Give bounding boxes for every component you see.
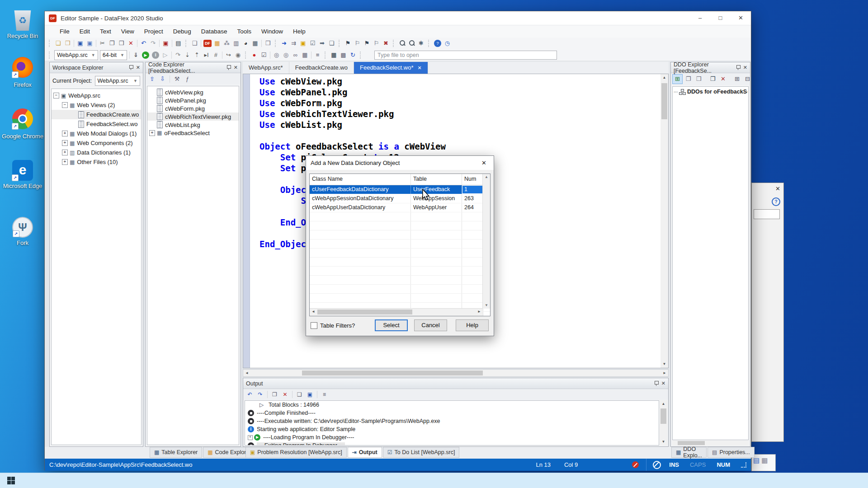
breakpoint-icon[interactable]: ● — [250, 51, 259, 60]
background-input[interactable] — [754, 209, 780, 219]
copy-output-icon[interactable]: ❐ — [270, 390, 279, 399]
file-open-input[interactable] — [374, 51, 557, 60]
stop-debug-icon[interactable]: ◉ — [233, 51, 243, 60]
project-select[interactable]: WebApp.src▼ — [54, 50, 98, 60]
object-browser-icon[interactable]: ⁂ — [222, 39, 231, 48]
expand-toggle-icon[interactable]: + — [149, 130, 155, 136]
output-entry[interactable]: ----Executable written: C:\dev\repo\Edit… — [248, 417, 659, 425]
table-filters-checkbox[interactable]: Table Filters? — [311, 322, 355, 329]
desktop-icon-fork[interactable]: Ψ↗Fork — [1, 217, 44, 246]
step-over-icon[interactable]: ⇣ — [183, 51, 192, 60]
dock-tab[interactable]: ▣Problem Resolution [WebApp.src] — [245, 447, 347, 458]
error-indicator-icon[interactable] — [632, 461, 639, 468]
clear-output-icon[interactable]: ✕ — [280, 390, 290, 399]
restart-icon[interactable]: ↷ — [173, 51, 183, 60]
checkbox-icon[interactable] — [311, 322, 317, 329]
copy-icon[interactable]: ❐ — [107, 39, 117, 48]
tree-item[interactable]: +FeedbackCreate.wo — [52, 110, 141, 119]
switch-source-icon[interactable]: ❒ — [263, 39, 273, 48]
breakpoints-list-icon[interactable]: ☑ — [259, 51, 269, 60]
current-project-select[interactable]: WebApp.src ▼ — [95, 76, 140, 86]
tree-item[interactable]: +▦Web Components (2) — [52, 138, 141, 148]
expand-toggle-icon[interactable]: + — [248, 435, 253, 440]
ddo-horizontal-scrollbar[interactable] — [672, 441, 749, 446]
inspector-icon[interactable]: ∞ — [291, 51, 300, 60]
undo-icon[interactable]: ↶ — [139, 39, 148, 48]
pin-icon[interactable] — [654, 381, 658, 386]
exit-icon[interactable]: ➡ — [317, 39, 327, 48]
scrollbar-thumb[interactable] — [302, 371, 483, 375]
scroll-down-icon[interactable]: ▼ — [660, 361, 668, 368]
sync-down-icon[interactable]: ⇩ — [158, 75, 167, 84]
close-icon[interactable]: ✕ — [136, 65, 140, 70]
output-entry[interactable]: +▶----Loading Program In Debugger---- — [248, 433, 659, 441]
expand-all-icon[interactable]: ⊞ — [732, 75, 742, 84]
column-header[interactable]: Num — [462, 174, 483, 185]
goto-definition-icon[interactable]: ➜ — [279, 39, 289, 48]
table-browser-icon[interactable]: ▦ — [250, 39, 260, 48]
prev-bookmark-icon[interactable]: ⚐ — [353, 39, 362, 48]
help-icon[interactable]: ? — [434, 40, 441, 47]
taskbar[interactable] — [0, 473, 868, 488]
tree-item[interactable]: +cWebForm.pkg — [147, 104, 239, 113]
tree-item[interactable]: −▦Web Views (2) — [52, 100, 141, 110]
menu-file[interactable]: File — [55, 25, 75, 38]
search-prev-icon[interactable]: ↶ — [245, 390, 255, 399]
run-no-debug-icon[interactable]: ▷ — [160, 51, 170, 60]
dock-tab[interactable]: ▦Table Explorer — [150, 447, 202, 458]
scrollbar-thumb[interactable] — [660, 408, 666, 424]
toggle-breakpoint-icon[interactable]: # — [211, 51, 221, 60]
run-to-cursor-icon[interactable]: ▸I — [202, 51, 211, 60]
dialog-horizontal-scrollbar[interactable]: ◄ ► — [310, 308, 483, 316]
scrollbar-thumb[interactable] — [678, 441, 705, 445]
statistics-icon[interactable]: ◕ — [241, 39, 250, 48]
help-button[interactable]: Help — [456, 319, 489, 331]
menu-project[interactable]: Project — [139, 25, 168, 38]
scroll-up-icon[interactable]: ▲ — [660, 74, 668, 81]
search-next-icon[interactable]: ↷ — [255, 390, 265, 399]
maximize-button[interactable]: □ — [710, 11, 731, 25]
first-bookmark-icon[interactable]: ⚐ — [372, 39, 381, 48]
close-icon[interactable]: ✕ — [479, 160, 489, 166]
dock-tab[interactable]: ⇥Output — [348, 447, 382, 458]
toggle-bookmark-icon[interactable]: ⚑ — [343, 39, 353, 48]
call-stack-icon[interactable]: ↪ — [224, 51, 233, 60]
ddo-copy-icon[interactable]: ❒ — [694, 75, 703, 84]
dock-tab[interactable]: ▦DDO Explo... — [671, 447, 707, 458]
todo-panel-icon[interactable]: ☑ — [308, 39, 317, 48]
expand-toggle-icon[interactable]: + — [62, 131, 68, 136]
redo-icon[interactable]: ↷ — [148, 39, 158, 48]
desktop-icon-recycle[interactable]: ♻Recycle Bin — [1, 10, 44, 39]
dataflex-studio-icon[interactable]: DF — [203, 40, 212, 47]
debug-grid-icon[interactable]: ▦ — [300, 51, 310, 60]
resize-grip[interactable] — [741, 462, 746, 468]
pause-icon[interactable]: ‖ — [152, 52, 159, 59]
copy-all-icon[interactable]: ❑ — [295, 390, 304, 399]
save-icon[interactable]: ▣ — [75, 39, 85, 48]
tree-item[interactable]: +cWebView.pkg — [147, 88, 239, 96]
scroll-down-icon[interactable]: ▼ — [660, 438, 667, 446]
step-into-icon[interactable]: ⇡ — [192, 51, 202, 60]
goto-reference-icon[interactable]: ⇉ — [289, 39, 298, 48]
print-icon[interactable]: ▤ — [174, 39, 183, 48]
tree-item[interactable]: −▣WebApp.src — [52, 91, 141, 100]
menu-window[interactable]: Window — [256, 25, 288, 38]
compile-icon[interactable]: ⇓ — [131, 51, 141, 60]
editor-vertical-scrollbar[interactable]: ▲ ▼ — [660, 74, 668, 368]
new-file-icon[interactable]: ❏ — [53, 39, 63, 48]
save-all-icon[interactable]: ▣ — [85, 39, 94, 48]
collapse-all-icon[interactable]: ⊟ — [743, 75, 752, 84]
close-button[interactable]: ✕ — [731, 11, 751, 25]
ddo-root-node[interactable]: ⋯ DDOs for oFeedbackSele — [674, 89, 747, 95]
pin-icon[interactable] — [736, 65, 740, 70]
clear-bookmarks-icon[interactable]: ✖ — [381, 39, 391, 48]
menu-tools[interactable]: Tools — [232, 25, 256, 38]
database-explorer-icon[interactable]: ▩ — [339, 51, 348, 60]
dialog-table-row[interactable]: cWebAppSessionDataDictionaryWebAppSessio… — [310, 194, 490, 203]
open-folder-icon[interactable]: ❒ — [63, 39, 72, 48]
menu-text[interactable]: Text — [95, 25, 116, 38]
method-list-icon[interactable]: ▥ — [231, 39, 241, 48]
close-icon[interactable]: ✕ — [743, 65, 747, 70]
output-vertical-scrollbar[interactable]: ▲ ▼ — [660, 400, 667, 446]
expand-toggle-icon[interactable]: + — [62, 159, 68, 165]
